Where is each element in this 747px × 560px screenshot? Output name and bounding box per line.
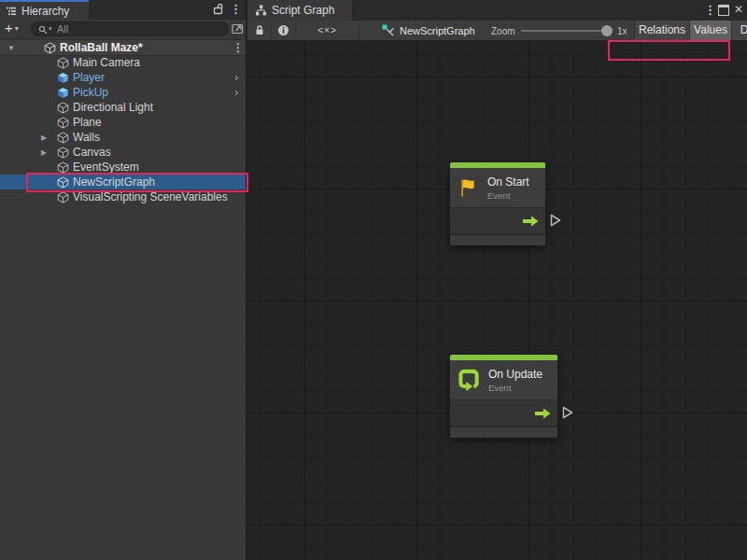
maximize-icon[interactable] <box>718 5 729 16</box>
script-graph-tabstrip: Script Graph ⋮ ✕ <box>247 0 747 21</box>
expand-icon[interactable]: ▶ <box>41 133 47 142</box>
node-footer <box>450 427 557 438</box>
tab-hierarchy[interactable]: Hierarchy <box>0 0 89 20</box>
open-search-window-icon[interactable] <box>232 22 244 35</box>
output-port[interactable] <box>550 214 561 227</box>
graph-name: NewScriptGraph <box>400 25 475 36</box>
zoom-value: 1x <box>617 26 627 36</box>
graph-tree-icon <box>255 5 267 16</box>
plus-icon: + <box>5 21 13 35</box>
panel-menu-icon[interactable]: ⋮ <box>230 2 242 16</box>
lock-button[interactable] <box>247 21 272 40</box>
prefab-icon <box>57 87 69 99</box>
loop-icon <box>458 369 480 392</box>
hierarchy-toolbar: + ▾ ▾ <box>0 20 246 39</box>
hierarchy-item-main-camera[interactable]: Main Camera <box>0 55 246 70</box>
prefab-chevron-icon[interactable]: › <box>234 70 238 84</box>
collapse-icon[interactable]: ▼ <box>7 44 15 52</box>
flow-arrow-icon <box>523 216 539 227</box>
prefab-chevron-icon[interactable]: › <box>234 85 238 99</box>
info-button[interactable] <box>272 21 296 40</box>
search-filter-arrow-icon[interactable]: ▾ <box>49 25 52 33</box>
node-header: On Start Event <box>450 168 545 208</box>
gameobject-icon <box>57 191 69 203</box>
hierarchy-icon <box>6 6 17 17</box>
expand-icon[interactable]: ▶ <box>41 148 47 157</box>
scene-header[interactable]: ▼ RollaBall Maze* ⋮ <box>0 39 246 56</box>
hierarchy-item-canvas[interactable]: ▶ Canvas <box>0 145 246 160</box>
node-footer <box>450 235 545 245</box>
search-field[interactable]: ▾ <box>31 21 229 36</box>
hierarchy-panel: Hierarchy ⋮ + ▾ <box>0 0 247 560</box>
unlock-icon[interactable] <box>212 3 224 16</box>
zoom-slider-handle[interactable] <box>601 25 613 36</box>
gameobject-icon <box>57 132 69 144</box>
add-gameobject-button[interactable]: + ▾ <box>5 21 19 35</box>
hierarchy-item-walls[interactable]: ▶ Walls <box>0 130 246 145</box>
graph-breadcrumb[interactable]: NewScriptGraph <box>376 21 475 40</box>
flag-icon <box>458 177 479 199</box>
scene-menu-icon[interactable]: ⋮ <box>233 41 244 54</box>
graph-canvas[interactable]: On Start Event <box>247 41 747 560</box>
hierarchy-item-directional-light[interactable]: Directional Light <box>0 100 246 115</box>
variables-toggle-button[interactable]: <×> <box>296 21 359 40</box>
tab-label: Script Graph <box>272 4 334 17</box>
search-icon <box>38 25 48 35</box>
tab-label: Hierarchy <box>21 5 69 18</box>
hierarchy-item-newscriptgraph[interactable]: NewScriptGraph <box>0 175 246 189</box>
gameobject-icon <box>57 57 69 69</box>
unity-scene-icon <box>44 42 56 54</box>
dim-button[interactable]: Dim <box>731 21 747 40</box>
node-subtitle: Event <box>487 190 529 201</box>
gameobject-icon <box>57 102 69 114</box>
hierarchy-item-plane[interactable]: Plane <box>0 115 246 130</box>
hierarchy-item-pickup[interactable]: PickUp › <box>0 85 246 100</box>
node-port-row <box>450 208 545 235</box>
node-subtitle: Event <box>488 383 543 393</box>
hierarchy-item-eventsystem[interactable]: EventSystem <box>0 160 246 175</box>
window-menu-icon[interactable]: ⋮ <box>704 3 716 17</box>
output-port[interactable] <box>562 406 573 419</box>
script-graph-toolbar: <×> NewScriptGraph Zoom 1x Relations Val… <box>247 21 747 41</box>
flow-arrow-icon <box>535 408 551 419</box>
script-graph-panel: Script Graph ⋮ ✕ <×> <box>247 0 747 560</box>
node-title: On Update <box>488 368 543 381</box>
tab-script-graph[interactable]: Script Graph <box>247 0 352 21</box>
gameobject-icon <box>57 147 69 159</box>
hierarchy-item-player[interactable]: Player › <box>0 70 246 85</box>
lock-icon <box>254 24 265 36</box>
zoom-slider-track[interactable] <box>521 30 612 32</box>
info-icon <box>277 24 289 36</box>
unity-editor-window: Hierarchy ⋮ + ▾ <box>0 0 747 560</box>
node-title: On Start <box>487 175 529 189</box>
graph-node-icon <box>382 24 395 37</box>
prefab-icon <box>57 72 69 84</box>
node-on-start[interactable]: On Start Event <box>450 162 545 245</box>
hierarchy-item-visualscripting-scenevariables[interactable]: VisualScripting SceneVariables <box>0 189 246 204</box>
gameobject-icon <box>57 117 69 129</box>
values-button[interactable]: Values <box>689 21 731 40</box>
angle-x-icon: <×> <box>317 25 337 35</box>
gameobject-icon <box>57 176 69 189</box>
dropdown-arrow-icon: ▾ <box>15 23 19 35</box>
node-header: On Update Event <box>450 360 557 400</box>
close-icon[interactable]: ✕ <box>734 3 743 16</box>
search-input[interactable] <box>57 23 202 35</box>
node-port-row <box>450 400 557 427</box>
relations-button[interactable]: Relations <box>634 21 689 40</box>
node-on-update[interactable]: On Update Event <box>450 355 557 438</box>
gameobject-icon <box>57 161 69 174</box>
zoom-label: Zoom <box>491 26 515 36</box>
hierarchy-tabstrip: Hierarchy ⋮ <box>0 0 246 20</box>
scene-name: RollaBall Maze* <box>60 41 143 54</box>
